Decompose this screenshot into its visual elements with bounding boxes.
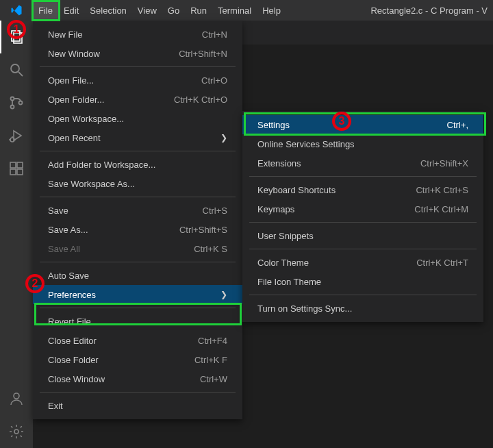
menu-settings-sync[interactable]: Turn on Settings Sync... — [242, 299, 483, 318]
menu-terminal[interactable]: Terminal — [212, 0, 257, 21]
menu-close-window[interactable]: Close WindowCtrl+W — [33, 369, 242, 388]
window-title: Rectangle2.c - C Program - V — [370, 5, 493, 16]
menu-preferences[interactable]: Preferences❯ — [33, 285, 242, 304]
menu-selection[interactable]: Selection — [84, 0, 131, 21]
menu-go[interactable]: Go — [162, 0, 185, 21]
menu-open-workspace[interactable]: Open Workspace... — [33, 109, 242, 128]
search-icon[interactable] — [0, 53, 33, 86]
menu-save-all[interactable]: Save AllCtrl+K S — [33, 239, 242, 258]
svg-point-6 — [19, 101, 23, 105]
svg-point-2 — [11, 64, 19, 73]
menu-open-file[interactable]: Open File...Ctrl+O — [33, 71, 242, 90]
menu-close-editor[interactable]: Close EditorCtrl+F4 — [33, 331, 242, 350]
vscode-logo-icon — [0, 4, 33, 16]
menu-add-folder[interactable]: Add Folder to Workspace... — [33, 155, 242, 174]
extensions-icon[interactable] — [0, 152, 33, 185]
run-debug-icon[interactable] — [0, 119, 33, 152]
chevron-right-icon: ❯ — [220, 133, 227, 142]
menu-separator — [40, 392, 236, 393]
menu-new-file[interactable]: New FileCtrl+N — [33, 25, 242, 44]
menu-separator — [249, 222, 477, 223]
menu-settings[interactable]: SettingsCtrl+, — [242, 115, 483, 134]
menu-file-icon-theme[interactable]: File Icon Theme — [242, 272, 483, 291]
file-menu: New FileCtrl+N New WindowCtrl+Shift+N Op… — [33, 21, 242, 419]
svg-rect-12 — [10, 162, 16, 168]
menu-separator — [249, 249, 477, 249]
svg-point-5 — [11, 105, 14, 109]
menu-separator — [40, 151, 236, 151]
menu-auto-save[interactable]: Auto Save — [33, 266, 242, 285]
menu-open-folder[interactable]: Open Folder...Ctrl+K Ctrl+O — [33, 90, 242, 109]
menu-close-folder[interactable]: Close FolderCtrl+K F — [33, 350, 242, 369]
menu-separator — [40, 66, 236, 67]
menu-user-snippets[interactable]: User Snippets — [242, 226, 483, 245]
menu-keymaps[interactable]: KeymapsCtrl+K Ctrl+M — [242, 199, 483, 219]
source-control-icon[interactable] — [0, 86, 33, 119]
menu-revert-file[interactable]: Revert File — [33, 312, 242, 331]
menu-separator — [40, 262, 236, 262]
menu-run[interactable]: Run — [185, 0, 212, 21]
svg-rect-14 — [17, 169, 23, 175]
menu-separator — [40, 197, 236, 197]
svg-marker-7 — [14, 131, 21, 140]
accounts-icon[interactable] — [0, 382, 33, 415]
menu-separator — [40, 308, 236, 308]
chevron-right-icon: ❯ — [220, 290, 227, 299]
menu-view[interactable]: View — [132, 0, 162, 21]
svg-rect-15 — [17, 162, 23, 168]
svg-rect-13 — [10, 169, 16, 175]
svg-point-17 — [14, 430, 18, 434]
menu-exit[interactable]: Exit — [33, 396, 242, 415]
menu-extensions[interactable]: ExtensionsCtrl+Shift+X — [242, 153, 483, 173]
menu-keyboard-shortcuts[interactable]: Keyboard ShortcutsCtrl+K Ctrl+S — [242, 180, 483, 199]
menu-save-as[interactable]: Save As...Ctrl+Shift+S — [33, 220, 242, 239]
menu-file[interactable]: File — [33, 0, 58, 21]
svg-line-3 — [18, 72, 23, 76]
preferences-submenu: SettingsCtrl+, Online Services Settings … — [242, 111, 483, 322]
menu-online-services[interactable]: Online Services Settings — [242, 134, 483, 153]
menu-color-theme[interactable]: Color ThemeCtrl+K Ctrl+T — [242, 253, 483, 272]
activity-bar — [0, 21, 33, 448]
manage-gear-icon[interactable] — [0, 415, 33, 448]
menu-save-workspace[interactable]: Save Workspace As... — [33, 174, 242, 193]
svg-point-16 — [14, 393, 19, 399]
menubar: File Edit Selection View Go Run Terminal… — [0, 0, 493, 21]
menu-save[interactable]: SaveCtrl+S — [33, 201, 242, 220]
menu-open-recent[interactable]: Open Recent❯ — [33, 128, 242, 147]
menu-new-window[interactable]: New WindowCtrl+Shift+N — [33, 44, 242, 63]
svg-point-4 — [11, 97, 14, 101]
menu-separator — [249, 295, 477, 295]
menu-help[interactable]: Help — [257, 0, 286, 21]
explorer-icon[interactable] — [0, 21, 33, 53]
menu-separator — [249, 176, 477, 177]
menu-edit[interactable]: Edit — [58, 0, 84, 21]
